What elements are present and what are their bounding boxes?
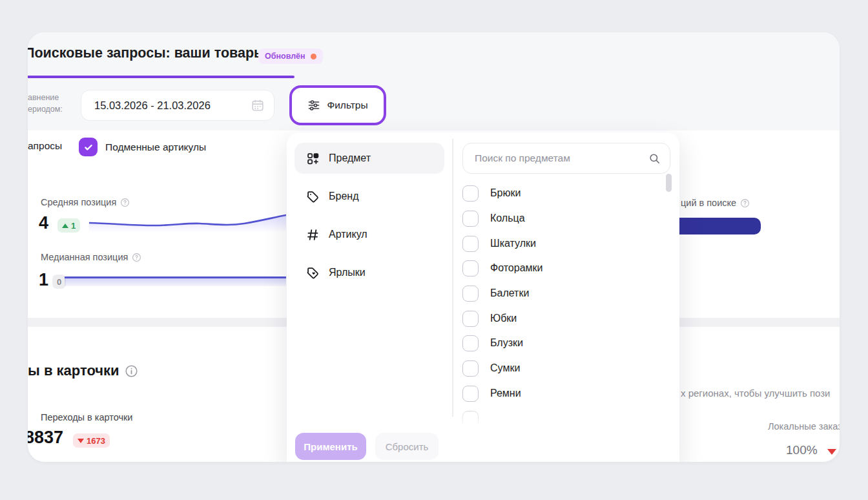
- checkbox-icon[interactable]: [462, 185, 479, 202]
- main-card: Поисковые запросы: ваши товары Обновлён …: [28, 32, 840, 462]
- filter-category-brand[interactable]: Бренд: [294, 181, 444, 212]
- checkbox-icon[interactable]: [462, 360, 479, 377]
- list-scrollbar-thumb[interactable]: [666, 174, 672, 192]
- subject-option-bluzki[interactable]: Блузки: [462, 333, 656, 353]
- help-icon[interactable]: [740, 198, 750, 208]
- substituted-articles-label: Подменные артикулы: [105, 141, 206, 153]
- subject-option-shkatulki[interactable]: Шкатулки: [462, 234, 656, 253]
- subject-search-input[interactable]: [475, 152, 648, 164]
- avg-position-delta-badge: 1: [57, 218, 80, 233]
- subject-option-remni[interactable]: Ремни: [462, 384, 656, 403]
- card-transitions-label: Переходы в карточки: [41, 412, 132, 422]
- card-transitions-value: 8837: [28, 428, 63, 448]
- subject-option-bryuki[interactable]: Брюки: [462, 183, 656, 203]
- panel-divider: [452, 139, 453, 417]
- positions-bar: [670, 218, 761, 234]
- substituted-articles-checkbox[interactable]: [79, 138, 98, 156]
- arrow-down-icon: [827, 449, 836, 455]
- list-fade-overlay: [455, 402, 674, 432]
- subject-option-baletki[interactable]: Балетки: [462, 284, 656, 303]
- median-position-sparkline: [65, 276, 286, 286]
- tag-heart-icon: [306, 266, 320, 280]
- subject-option-sumki[interactable]: Сумки: [462, 359, 656, 378]
- subject-option-fotoramki[interactable]: Фоторамки: [462, 258, 656, 278]
- grid-plus-icon: [306, 152, 320, 165]
- avg-position-value: 4: [39, 213, 48, 233]
- local-orders-label: Локальные заказы: [768, 421, 840, 432]
- positions-in-search-label: ций в поиске: [681, 198, 750, 208]
- help-icon[interactable]: [120, 198, 130, 207]
- median-position-value: 1: [39, 270, 48, 290]
- checkbox-icon[interactable]: [462, 236, 479, 252]
- date-range-value: 15.03.2026 - 21.03.2026: [94, 99, 251, 112]
- reset-button[interactable]: Сбросить: [375, 433, 439, 460]
- filters-button[interactable]: Фильтры: [289, 85, 386, 125]
- date-range-input[interactable]: 15.03.2026 - 21.03.2026: [81, 90, 274, 121]
- calendar-icon: [251, 98, 265, 112]
- local-orders-value: 100%: [786, 443, 818, 457]
- avg-position-label: Средняя позиция: [41, 197, 130, 207]
- analytics-page: Поисковые запросы: ваши товары Обновлён …: [0, 0, 868, 500]
- subject-option-koltsa[interactable]: Кольца: [462, 209, 656, 228]
- help-icon[interactable]: [132, 253, 141, 262]
- filters-dropdown-panel: Предмет Бренд Артикул: [287, 132, 679, 462]
- tab-search-queries[interactable]: Поисковые запросы: ваши товары: [28, 45, 265, 61]
- cards-section-heading: ы в карточки: [28, 362, 138, 379]
- notification-dot-icon: [311, 54, 316, 59]
- apply-button[interactable]: Применить: [295, 433, 366, 460]
- sliders-icon: [307, 99, 320, 112]
- arrow-down-icon: [78, 439, 84, 443]
- subject-option-yubki[interactable]: Юбки: [462, 309, 656, 328]
- filter-category-article[interactable]: Артикул: [294, 219, 444, 250]
- active-tab-underline: [28, 76, 294, 78]
- filter-category-labels[interactable]: Ярлыки: [294, 257, 444, 288]
- period-compare-label: авнение ериодом:: [28, 92, 63, 115]
- subject-search-box: [462, 143, 670, 174]
- filters-button-label: Фильтры: [327, 99, 367, 111]
- updated-badge-label: Обновлён: [265, 52, 305, 61]
- card-transitions-delta-badge: 1673: [73, 433, 110, 448]
- arrow-up-icon: [62, 224, 68, 228]
- checkbox-icon[interactable]: [462, 260, 479, 276]
- checkbox-icon[interactable]: [462, 335, 479, 351]
- info-icon[interactable]: [125, 364, 138, 378]
- tag-icon: [306, 190, 320, 203]
- search-icon: [648, 152, 661, 165]
- queries-toggle-label[interactable]: апросы: [28, 140, 62, 152]
- checkbox-icon[interactable]: [462, 311, 479, 327]
- hash-icon: [306, 228, 320, 242]
- checkbox-icon[interactable]: [462, 286, 479, 302]
- regions-hint-text: х регионах, чтобы улучшить пози: [681, 388, 830, 399]
- filter-category-subject[interactable]: Предмет: [294, 143, 444, 174]
- checkbox-icon[interactable]: [462, 386, 479, 402]
- updated-badge: Обновлён: [258, 48, 323, 64]
- avg-position-sparkline: [89, 211, 286, 233]
- median-position-label: Медианная позиция: [41, 252, 141, 262]
- checkbox-icon[interactable]: [462, 211, 479, 227]
